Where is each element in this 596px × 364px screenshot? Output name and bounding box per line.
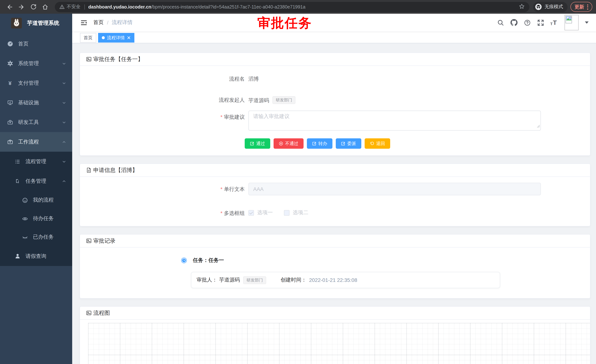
- security-label: 不安全: [67, 4, 81, 10]
- sidebar-collapse-icon[interactable]: [80, 19, 87, 26]
- bookmark-star-icon[interactable]: [515, 3, 525, 11]
- picture-icon: [86, 56, 92, 62]
- sidebar-item-devtools[interactable]: 研发工具: [0, 112, 72, 132]
- security-warning[interactable]: 不安全: [59, 4, 81, 10]
- eye-closed-icon: [22, 234, 28, 240]
- chevron-down-icon: [62, 159, 66, 164]
- red-annotation-text: 审批任务: [257, 15, 312, 32]
- dept-tag: 研发部门: [272, 96, 295, 104]
- address-bar[interactable]: 不安全 dashboard.yudao.iocoder.cn /bpm/proc…: [55, 2, 529, 12]
- approval-task-card: 审批任务【任务一】 流程名 滔博 流程发起人 芋道源码 研发部门: [80, 52, 590, 156]
- briefcase-icon: [7, 138, 13, 145]
- sidebar-item-todo-tasks[interactable]: 待办任务: [0, 209, 72, 228]
- document-icon: [86, 167, 92, 173]
- sidebar-item-system[interactable]: 系统管理: [0, 54, 72, 73]
- sidebar-item-process-mgmt[interactable]: 流程管理: [0, 152, 72, 171]
- delegate-button[interactable]: 委派: [336, 138, 361, 149]
- return-button[interactable]: 退回: [365, 138, 390, 149]
- card-title: 审批任务【任务一】: [93, 56, 143, 63]
- created-label: 创建时间：: [281, 277, 306, 283]
- sidebar-item-my-process[interactable]: 我的流程: [0, 191, 72, 209]
- search-icon[interactable]: [497, 19, 504, 26]
- breadcrumb-current: 流程详情: [112, 19, 133, 26]
- single-text-row: *单行文本 AAA: [80, 183, 590, 195]
- single-text-input: AAA: [248, 183, 541, 195]
- browser-forward-icon[interactable]: [17, 2, 26, 12]
- sidebar-item-leave-query[interactable]: 请假查询: [0, 246, 72, 266]
- breadcrumb: 首页 / 流程详情: [93, 19, 133, 26]
- broken-image-icon: [565, 15, 574, 24]
- apply-info-card: 申请信息【滔博】 *单行文本 AAA *多选框组 选项一: [80, 163, 590, 226]
- sidebar-item-task-mgmt[interactable]: 任务管理: [0, 171, 72, 191]
- sidebar-item-payment[interactable]: ¥ 支付管理: [0, 73, 72, 93]
- initiator-row: 流程发起人 芋道源码 研发部门: [80, 96, 590, 104]
- sidebar-item-infra[interactable]: 基础设施: [0, 93, 72, 112]
- browser-back-icon[interactable]: [5, 2, 15, 12]
- gear-icon: [7, 60, 13, 67]
- flow-chart-card: 流程图: [80, 306, 590, 364]
- tabs-bar: 首页 流程详情: [72, 32, 596, 43]
- avatar[interactable]: [565, 15, 579, 30]
- incognito-icon: [535, 3, 542, 10]
- picture-icon: [86, 238, 92, 244]
- font-size-icon[interactable]: TT: [550, 19, 557, 26]
- browser-menu-icon[interactable]: [587, 4, 588, 9]
- resize-grip-icon[interactable]: [537, 123, 540, 129]
- required-marker: *: [220, 186, 223, 192]
- monitor-icon: [7, 99, 13, 106]
- sidebar-item-label: 基础设施: [18, 99, 39, 106]
- refresh-left-icon: [370, 141, 374, 146]
- breadcrumb-separator: /: [107, 20, 108, 26]
- tab-process-detail[interactable]: 流程详情: [98, 33, 134, 43]
- browser-home-icon[interactable]: [40, 2, 50, 12]
- tab-close-icon[interactable]: [127, 36, 131, 40]
- screen: 不安全 dashboard.yudao.iocoder.cn /bpm/proc…: [0, 0, 596, 364]
- sidebar-item-label: 我的流程: [33, 197, 54, 204]
- suggestion-textarea[interactable]: [248, 111, 541, 131]
- breadcrumb-home[interactable]: 首页: [93, 19, 104, 26]
- app-title: 芋道管理系统: [27, 19, 59, 26]
- bpmn-canvas[interactable]: [88, 323, 590, 364]
- help-icon[interactable]: [524, 19, 531, 26]
- workflow-submenu: 流程管理 任务管理 我的流程: [0, 152, 72, 266]
- app-logo-row[interactable]: 芋道管理系统: [0, 14, 72, 32]
- approval-records-card: 审批记录 任务：任务一 审批人： 芋道源码 研发部门: [80, 234, 590, 298]
- browser-update-button[interactable]: 更新: [570, 2, 592, 12]
- circle-close-icon: [279, 141, 283, 146]
- browser-reload-icon[interactable]: [29, 2, 38, 12]
- sidebar-item-label: 流程管理: [26, 158, 46, 165]
- eye-icon: [22, 215, 28, 222]
- checkbox-group-row: *多选框组 选项一 选项二: [80, 209, 590, 217]
- edit-icon: [341, 141, 345, 146]
- chevron-down-icon: [62, 81, 66, 85]
- sidebar-item-label: 工作流程: [18, 138, 39, 145]
- process-name-value: 滔博: [248, 75, 259, 82]
- tab-label: 流程详情: [107, 35, 125, 41]
- chevron-down-icon: [62, 61, 66, 66]
- sidebar-item-done-tasks[interactable]: 已办任务: [0, 228, 72, 246]
- browser-toolbar: 不安全 dashboard.yudao.iocoder.cn /bpm/proc…: [0, 0, 596, 14]
- timeline-item: 任务：任务一: [181, 257, 590, 264]
- github-icon[interactable]: [510, 19, 517, 26]
- suggestion-row: *审批建议: [80, 111, 590, 131]
- update-label: 更新: [574, 4, 584, 10]
- chevron-down-icon: [62, 101, 66, 105]
- approver-record-card: 审批人： 芋道源码 研发部门 创建时间： 2022-01-21 22:35:08: [191, 272, 500, 288]
- required-marker: *: [220, 210, 223, 216]
- field-label: 多选框组: [224, 210, 245, 216]
- transfer-button[interactable]: 转办: [307, 138, 332, 149]
- approve-button[interactable]: 通过: [245, 138, 270, 149]
- tab-home[interactable]: 首页: [80, 33, 96, 43]
- checkbox-option-2: 选项二: [284, 209, 308, 216]
- active-tab-dot-icon: [102, 36, 105, 39]
- avatar-dropdown-caret-icon[interactable]: [585, 22, 589, 26]
- sidebar-item-label: 待办任务: [33, 215, 54, 222]
- sidebar-item-label: 请假查询: [26, 253, 46, 260]
- fullscreen-icon[interactable]: [537, 19, 544, 26]
- reject-button[interactable]: 不通过: [274, 138, 304, 149]
- card-header: 审批任务【任务一】: [80, 53, 590, 66]
- sidebar-item-workflow[interactable]: 工作流程: [0, 132, 72, 152]
- tab-label: 首页: [84, 35, 93, 41]
- card-header: 审批记录: [80, 234, 590, 248]
- sidebar-item-home[interactable]: 首页: [0, 34, 72, 54]
